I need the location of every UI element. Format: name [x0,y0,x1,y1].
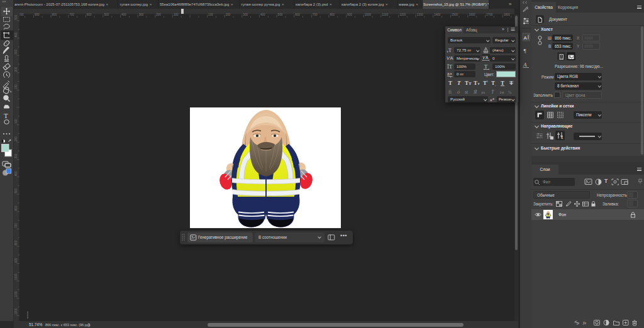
svg-text:a: a [447,72,450,76]
svg-text:1500: 1500 [452,13,458,16]
svg-text:300: 300 [243,13,248,16]
svg-text:T: T [449,63,453,70]
svg-text:Я: Я [473,89,477,95]
svg-text:¹: ¹ [487,80,488,84]
svg-text:st: st [465,89,469,95]
svg-text:600: 600 [14,205,18,210]
svg-text:900: 900 [347,13,352,16]
svg-text:900: 900 [35,13,40,16]
svg-text:fi: fi [448,89,452,95]
svg-text:500: 500 [104,13,109,16]
svg-text:600: 600 [295,13,300,16]
svg-text:¶: ¶ [524,48,526,54]
svg-text:T: T [448,80,452,86]
svg-text:1000: 1000 [365,13,372,16]
svg-text:1700: 1700 [486,13,493,16]
svg-text:100: 100 [174,13,179,16]
svg-text:100: 100 [208,13,213,16]
svg-text:T: T [447,50,448,53]
svg-text:1st: 1st [499,90,504,94]
svg-text:200: 200 [156,13,161,16]
svg-text:600: 600 [87,13,92,16]
svg-text:T: T [469,81,472,86]
svg-text:1100: 1100 [382,13,388,16]
svg-text:aо: aо [481,90,485,94]
svg-text:500: 500 [14,188,18,193]
svg-text:1400: 1400 [434,13,441,16]
svg-text:A: A [523,62,527,68]
svg-text:a: a [492,97,494,101]
svg-text:1800: 1800 [504,13,511,16]
svg-text:700: 700 [69,13,74,16]
svg-text:1600: 1600 [469,13,475,16]
svg-text:т: т [478,82,480,85]
svg-text:500: 500 [14,14,18,19]
svg-text:½: ½ [508,90,511,95]
svg-text:700: 700 [313,13,318,16]
svg-text:1300: 1300 [417,13,424,16]
svg-text:700: 700 [14,223,18,228]
svg-text:400: 400 [14,171,18,176]
svg-text:T: T [474,80,477,86]
svg-text:300: 300 [14,50,18,55]
svg-text:A: A [486,55,489,60]
svg-text:1200: 1200 [14,308,18,315]
svg-text:200: 200 [14,67,18,72]
svg-text:T: T [484,63,488,70]
svg-text:A: A [450,55,453,61]
svg-text:T: T [4,112,8,119]
svg-text:100: 100 [14,119,18,124]
svg-text:100: 100 [14,84,18,89]
svg-text:ó: ó [457,89,460,95]
svg-text:fx: fx [583,320,587,325]
svg-text:1100: 1100 [14,291,18,297]
svg-text:1: 1 [562,136,564,139]
svg-text:200: 200 [14,136,18,141]
svg-text:800: 800 [14,240,18,245]
svg-text:T: T [501,80,504,86]
svg-text:400: 400 [14,32,18,37]
svg-text:Ŧ: Ŧ [509,80,513,86]
svg-text:T: T [491,89,494,95]
svg-text:400: 400 [121,13,126,16]
svg-text:800: 800 [330,13,335,16]
svg-text:A: A [524,35,528,41]
svg-text:500: 500 [278,13,283,16]
svg-text:200: 200 [226,13,231,16]
svg-text:a: a [450,72,452,75]
svg-text:1000: 1000 [14,273,18,280]
svg-text:900: 900 [14,258,18,263]
svg-text:300: 300 [14,153,18,158]
svg-text:₁: ₁ [495,84,496,86]
svg-text:400: 400 [260,13,265,16]
svg-text:800: 800 [52,13,57,16]
svg-text:T: T [457,80,461,86]
svg-text:T: T [448,48,452,53]
svg-text:1200: 1200 [399,13,406,16]
svg-text:300: 300 [139,13,144,16]
